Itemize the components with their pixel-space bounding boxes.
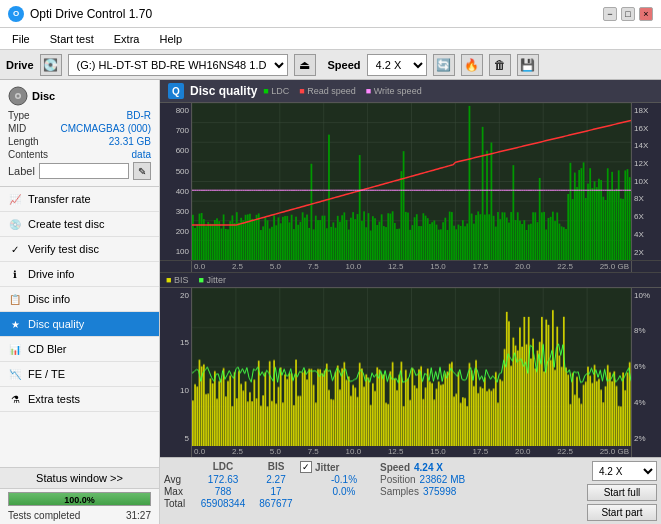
stats-area: LDC BIS ✓ Jitter Speed 4.24 X bbox=[160, 457, 661, 524]
x-axis-upper: 0.0 2.5 5.0 7.5 10.0 12.5 15.0 17.5 20.0… bbox=[160, 261, 661, 273]
samples-label: Samples bbox=[380, 486, 419, 497]
bis-legend: ■ BIS bbox=[166, 275, 188, 285]
sidebar: Disc Type BD-R MID CMCMAGBA3 (000) Lengt… bbox=[0, 80, 160, 524]
disc-mid-label: MID bbox=[8, 123, 26, 134]
write-speed-legend-dot: ■ bbox=[366, 86, 371, 96]
stats-table: LDC BIS ✓ Jitter Speed 4.24 X bbox=[164, 461, 583, 509]
disc-label-btn[interactable]: ✎ bbox=[133, 162, 151, 180]
status-text: Tests completed bbox=[8, 510, 80, 521]
disc-info-icon: 📋 bbox=[8, 292, 22, 306]
stats-max-row: Max 788 17 0.0% Samples 375998 bbox=[164, 486, 583, 497]
disc-length-value: 23.31 GB bbox=[109, 136, 151, 147]
disc-length-row: Length 23.31 GB bbox=[8, 136, 151, 147]
sidebar-item-verify-test-disc[interactable]: ✓ Verify test disc bbox=[0, 237, 159, 262]
start-full-button[interactable]: Start full bbox=[587, 484, 657, 501]
jitter-checkbox[interactable]: ✓ bbox=[300, 461, 312, 473]
main-content: Q Disc quality ■ LDC ■ Read speed ■ Writ… bbox=[160, 80, 661, 524]
disc-contents-row: Contents data bbox=[8, 149, 151, 160]
lower-chart-canvas bbox=[192, 288, 631, 447]
app-title: Opti Drive Control 1.70 bbox=[30, 7, 152, 21]
status-window-button[interactable]: Status window >> bbox=[0, 467, 159, 488]
stats-total-row: Total 65908344 867677 bbox=[164, 498, 583, 509]
menu-file[interactable]: File bbox=[8, 32, 34, 46]
transfer-rate-icon: 📈 bbox=[8, 192, 22, 206]
sidebar-item-create-test-disc[interactable]: 💿 Create test disc bbox=[0, 212, 159, 237]
eject-button[interactable]: ⏏ bbox=[294, 54, 316, 76]
disc-section-label: Disc bbox=[32, 90, 55, 102]
bis-header: BIS bbox=[252, 461, 300, 473]
total-label: Total bbox=[164, 498, 194, 509]
verify-test-disc-icon: ✓ bbox=[8, 242, 22, 256]
speed-select[interactable]: 4.2 X bbox=[367, 54, 427, 76]
upper-y-left-axis: 800 700 600 500 400 300 200 100 bbox=[160, 103, 192, 260]
drive-select[interactable]: (G:) HL-DT-ST BD-RE WH16NS48 1.D3 bbox=[68, 54, 288, 76]
speed-stat-label: Speed bbox=[380, 462, 410, 473]
burn-button[interactable]: 🔥 bbox=[461, 54, 483, 76]
disc-length-label: Length bbox=[8, 136, 39, 147]
speed-selector[interactable]: 4.2 X bbox=[592, 461, 657, 481]
app-icon: O bbox=[8, 6, 24, 22]
disc-label-input[interactable] bbox=[39, 163, 129, 179]
sidebar-item-disc-quality-label: Disc quality bbox=[28, 318, 84, 330]
progress-text: 100.0% bbox=[9, 493, 150, 507]
disc-label-row: Label ✎ bbox=[8, 162, 151, 180]
x-axis-lower: 0.0 2.5 5.0 7.5 10.0 12.5 15.0 17.5 20.0… bbox=[160, 446, 661, 457]
maximize-button[interactable]: □ bbox=[621, 7, 635, 21]
save-button[interactable]: 💾 bbox=[517, 54, 539, 76]
drive-icon: 💽 bbox=[40, 54, 62, 76]
title-left: O Opti Drive Control 1.70 bbox=[8, 6, 152, 22]
sidebar-item-disc-info-label: Disc info bbox=[28, 293, 70, 305]
stats-header-row: LDC BIS ✓ Jitter Speed 4.24 X bbox=[164, 461, 583, 473]
disc-type-value: BD-R bbox=[127, 110, 151, 121]
max-ldc: 788 bbox=[194, 486, 252, 497]
close-button[interactable]: × bbox=[639, 7, 653, 21]
speed-header-group: Speed 4.24 X bbox=[380, 461, 470, 473]
samples-value: 375998 bbox=[423, 486, 456, 497]
drive-info-icon: ℹ bbox=[8, 267, 22, 281]
refresh-button[interactable]: 🔄 bbox=[433, 54, 455, 76]
sidebar-item-disc-quality[interactable]: ★ Disc quality bbox=[0, 312, 159, 337]
sidebar-item-extra-tests[interactable]: ⚗ Extra tests bbox=[0, 387, 159, 412]
upper-chart-canvas bbox=[192, 103, 631, 260]
stats-row: LDC BIS ✓ Jitter Speed 4.24 X bbox=[164, 461, 657, 521]
sidebar-item-cd-bler[interactable]: 📊 CD Bler bbox=[0, 337, 159, 362]
minimize-button[interactable]: − bbox=[603, 7, 617, 21]
menu-help[interactable]: Help bbox=[155, 32, 186, 46]
position-label: Position bbox=[380, 474, 416, 485]
avg-ldc: 172.63 bbox=[194, 474, 252, 485]
disc-quality-panel: Q Disc quality ■ LDC ■ Read speed ■ Writ… bbox=[160, 80, 661, 524]
lower-chart-legend: ■ BIS ■ Jitter bbox=[160, 273, 661, 288]
avg-bis: 2.27 bbox=[252, 474, 300, 485]
sidebar-item-disc-info[interactable]: 📋 Disc info bbox=[0, 287, 159, 312]
sidebar-item-fe-te-label: FE / TE bbox=[28, 368, 65, 380]
sidebar-item-extra-tests-label: Extra tests bbox=[28, 393, 80, 405]
position-group: Position 23862 MB bbox=[380, 474, 470, 485]
start-part-button[interactable]: Start part bbox=[587, 504, 657, 521]
progress-area: 100.0% Tests completed 31:27 bbox=[0, 488, 159, 524]
disc-svg-icon bbox=[8, 86, 28, 106]
disc-quality-icon: ★ bbox=[8, 317, 22, 331]
jitter-legend-dot: ■ bbox=[198, 275, 203, 285]
sidebar-item-drive-info-label: Drive info bbox=[28, 268, 74, 280]
drive-bar: Drive 💽 (G:) HL-DT-ST BD-RE WH16NS48 1.D… bbox=[0, 50, 661, 80]
sidebar-item-drive-info[interactable]: ℹ Drive info bbox=[0, 262, 159, 287]
start-buttons: 4.2 X Start full Start part bbox=[587, 461, 657, 521]
erase-button[interactable]: 🗑 bbox=[489, 54, 511, 76]
ldc-header: LDC bbox=[194, 461, 252, 473]
jitter-legend: ■ Jitter bbox=[198, 275, 225, 285]
menu-extra[interactable]: Extra bbox=[110, 32, 144, 46]
disc-contents-value: data bbox=[132, 149, 151, 160]
stats-avg-row: Avg 172.63 2.27 -0.1% Position 23862 MB bbox=[164, 474, 583, 485]
lower-y-right-axis: 10% 8% 6% 4% 2% bbox=[631, 288, 661, 447]
speed-label: Speed bbox=[328, 59, 361, 71]
sidebar-item-fe-te[interactable]: 📉 FE / TE bbox=[0, 362, 159, 387]
svg-text:Q: Q bbox=[172, 86, 180, 97]
lower-chart-area bbox=[192, 288, 631, 447]
disc-panel: Disc Type BD-R MID CMCMAGBA3 (000) Lengt… bbox=[0, 80, 159, 187]
read-speed-legend-dot: ■ bbox=[299, 86, 304, 96]
read-speed-legend: ■ Read speed bbox=[299, 86, 356, 96]
sidebar-item-transfer-rate[interactable]: 📈 Transfer rate bbox=[0, 187, 159, 212]
menu-start-test[interactable]: Start test bbox=[46, 32, 98, 46]
disc-label-label: Label bbox=[8, 165, 35, 177]
upper-y-right-axis: 18X 16X 14X 12X 10X 8X 6X 4X 2X bbox=[631, 103, 661, 260]
